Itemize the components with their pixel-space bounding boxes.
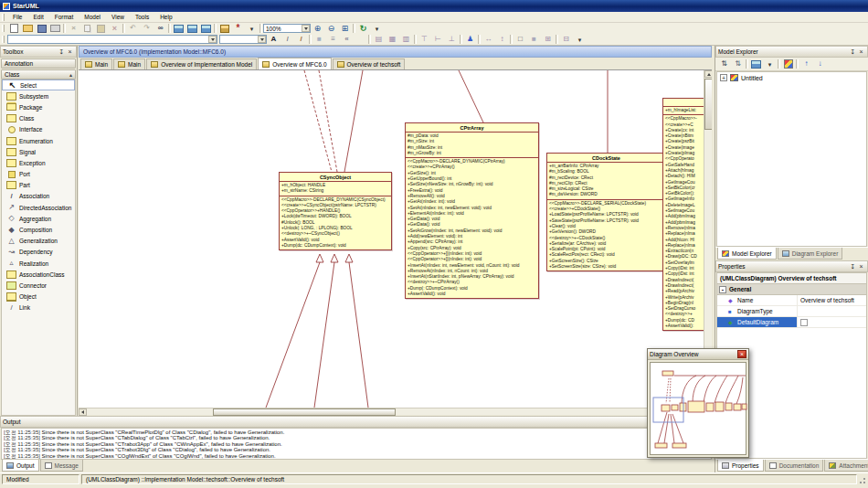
- menu-item[interactable]: File: [7, 13, 27, 21]
- toolbar-button[interactable]: [386, 35, 399, 45]
- toolbar-button[interactable]: [372, 35, 386, 45]
- toolbar-button[interactable]: [731, 59, 745, 69]
- toolbox-item[interactable]: Association: [2, 191, 75, 202]
- toolbox-item[interactable]: Port: [2, 169, 75, 180]
- toolbar-button[interactable]: [214, 24, 217, 33]
- diagram-tab[interactable]: Overview of Implementation Model: [146, 58, 257, 69]
- toolbar-button[interactable]: [541, 35, 555, 45]
- toolbar-button[interactable]: [513, 35, 527, 45]
- toolbar-button[interactable]: [778, 59, 780, 69]
- toolbar-button[interactable]: [217, 24, 231, 34]
- toolbox-item[interactable]: Part: [2, 180, 75, 191]
- toolbar-button[interactable]: [311, 24, 324, 34]
- toolbox-group-class[interactable]: Class ▴: [1, 69, 76, 80]
- toolbar-button[interactable]: [399, 35, 413, 45]
- menu-item[interactable]: Edit: [27, 13, 48, 21]
- toolbar-button[interactable]: [527, 35, 541, 45]
- uml-class-box[interactable]: CDockState +m_arrBarInfo: CPtrArray#m_bS…: [546, 153, 666, 271]
- toolbar-button[interactable]: [445, 35, 459, 45]
- property-row[interactable]: DiagramType: [717, 306, 866, 317]
- diagram-tab[interactable]: Main: [113, 58, 145, 69]
- property-group-general[interactable]: - General: [717, 284, 866, 295]
- zoom-combo[interactable]: 100%: [263, 24, 311, 33]
- uml-class-box[interactable]: +m_hImageList: <<CppMacro>>-<<create>>+C…: [662, 98, 704, 331]
- diagram-canvas[interactable]: CSyncObject +m_hObject: HANDLE+m_strName…: [79, 70, 704, 408]
- diagram-tab[interactable]: Main: [80, 58, 112, 69]
- toolbar-button[interactable]: [510, 35, 513, 44]
- toolbar-button[interactable]: [172, 24, 185, 34]
- toolbar-button[interactable]: [245, 24, 259, 34]
- toolbar-button[interactable]: [140, 24, 153, 34]
- output-tab[interactable]: Message: [40, 460, 83, 472]
- toolbar-button[interactable]: [231, 24, 245, 34]
- overview-thumbnail[interactable]: [650, 362, 746, 455]
- chevron-down-icon[interactable]: [302, 25, 310, 32]
- toolbox-item[interactable]: AssociationClass: [2, 269, 75, 280]
- property-row[interactable]: Name Overview of techsoft: [717, 295, 866, 306]
- toolbar-button[interactable]: [324, 24, 338, 34]
- toolbar-button[interactable]: [94, 24, 108, 34]
- toolbar-button[interactable]: [309, 35, 312, 44]
- toolbar-button[interactable]: [799, 59, 813, 69]
- font-size-combo[interactable]: [219, 35, 267, 44]
- menu-item[interactable]: View: [106, 13, 130, 21]
- toolbar-button[interactable]: [126, 24, 140, 34]
- output-tab[interactable]: Output: [2, 460, 39, 472]
- scroll-left-icon[interactable]: [79, 408, 87, 416]
- toolbox-item[interactable]: Dependency: [2, 247, 75, 258]
- toolbox-item[interactable]: Subsystem: [2, 90, 75, 101]
- toolbox-item[interactable]: Aggregation: [2, 213, 75, 224]
- property-value-cell[interactable]: [798, 306, 866, 316]
- toolbox-item[interactable]: Realization: [2, 258, 75, 269]
- toolbar-button[interactable]: [267, 35, 281, 45]
- toolbar-button[interactable]: [746, 59, 748, 69]
- toolbar-button[interactable]: [763, 59, 777, 69]
- toolbar-button[interactable]: [813, 59, 827, 69]
- toolbar-button[interactable]: [370, 24, 384, 34]
- toolbox-item[interactable]: Exception: [2, 157, 75, 168]
- toolbar-button[interactable]: [368, 35, 371, 44]
- property-value-cell[interactable]: [798, 317, 866, 327]
- toolbar-button[interactable]: [122, 24, 125, 33]
- toolbox-item[interactable]: Connector: [2, 280, 75, 291]
- diagram-tab[interactable]: Overview of techsoft: [333, 58, 406, 69]
- overview-title-bar[interactable]: Diagram Overview ×: [648, 349, 748, 360]
- toolbar-button[interactable]: [573, 35, 587, 45]
- diagram-overview-window[interactable]: Diagram Overview ×: [647, 348, 749, 458]
- properties-tab[interactable]: Properties: [717, 460, 764, 472]
- toolbar-button[interactable]: [781, 59, 795, 69]
- toolbar-button[interactable]: [356, 24, 370, 34]
- toolbox-item[interactable]: Enumeration: [2, 135, 75, 146]
- toolbar-button[interactable]: [796, 59, 799, 69]
- uml-class-box[interactable]: CPtrArray #m_pData: void#m_nSize: int#m_…: [405, 122, 539, 299]
- toolbar-button[interactable]: [108, 24, 122, 34]
- toolbox-item[interactable]: Interface: [2, 124, 75, 135]
- toolbar-button[interactable]: [185, 24, 199, 34]
- output-log[interactable]: [오전 11:25:35] Since there is not SuperCl…: [1, 428, 712, 460]
- toolbar-button[interactable]: [478, 35, 481, 44]
- toolbox-item[interactable]: Composition: [2, 224, 75, 235]
- menu-item[interactable]: Help: [154, 13, 177, 21]
- toolbar-button[interactable]: [749, 59, 763, 69]
- toolbar-button[interactable]: [482, 35, 495, 45]
- properties-tab[interactable]: Attachments: [824, 460, 868, 472]
- chevron-down-icon[interactable]: [208, 36, 217, 43]
- menu-item[interactable]: Tools: [130, 13, 154, 21]
- toolbar-button[interactable]: [495, 35, 509, 45]
- pin-icon[interactable]: ↧: [849, 48, 857, 56]
- toolbox-item[interactable]: Select: [2, 80, 75, 90]
- pin-icon[interactable]: ↧: [58, 48, 66, 56]
- default-diagram-checkbox[interactable]: [800, 319, 808, 326]
- collapse-icon[interactable]: -: [719, 286, 726, 293]
- toolbox-item[interactable]: DirectedAssociation: [2, 202, 75, 213]
- tree-item-untitled[interactable]: + Untitled: [717, 72, 866, 83]
- close-icon[interactable]: ×: [857, 48, 865, 56]
- toolbar-button[interactable]: [63, 24, 66, 33]
- toolbar-button[interactable]: [338, 24, 352, 34]
- toolbox-group-annotation[interactable]: Annotation: [1, 58, 76, 69]
- toolbar-button[interactable]: [168, 24, 171, 33]
- property-value-cell[interactable]: Overview of techsoft: [798, 295, 866, 305]
- pin-icon[interactable]: ↧: [849, 262, 857, 271]
- toolbar-button[interactable]: [80, 24, 94, 34]
- horizontal-scrollbar[interactable]: [79, 408, 704, 415]
